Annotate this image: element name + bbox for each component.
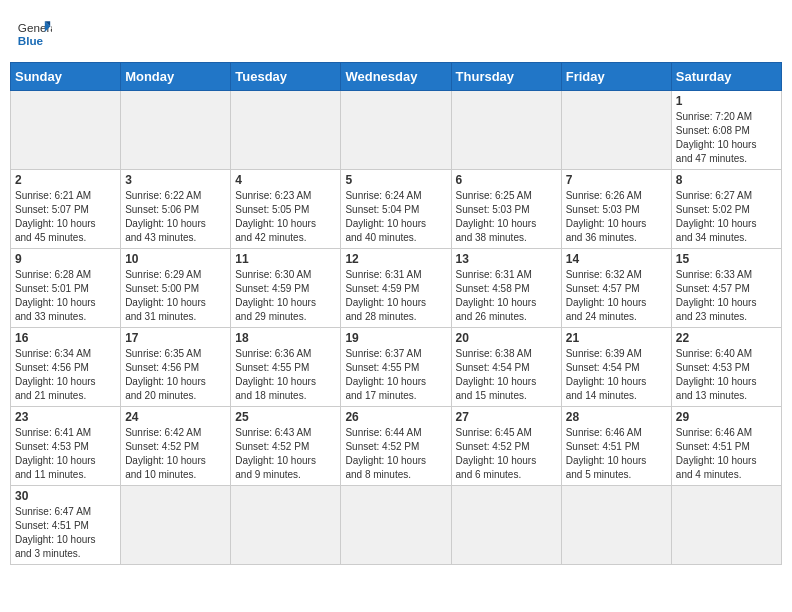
day-number: 9 (15, 252, 116, 266)
day-info: Sunrise: 6:39 AM Sunset: 4:54 PM Dayligh… (566, 347, 667, 403)
day-number: 23 (15, 410, 116, 424)
day-info: Sunrise: 6:41 AM Sunset: 4:53 PM Dayligh… (15, 426, 116, 482)
day-number: 30 (15, 489, 116, 503)
calendar-cell: 17Sunrise: 6:35 AM Sunset: 4:56 PM Dayli… (121, 328, 231, 407)
day-number: 5 (345, 173, 446, 187)
calendar-cell: 27Sunrise: 6:45 AM Sunset: 4:52 PM Dayli… (451, 407, 561, 486)
calendar-cell: 29Sunrise: 6:46 AM Sunset: 4:51 PM Dayli… (671, 407, 781, 486)
calendar-cell (451, 486, 561, 565)
calendar-cell (121, 486, 231, 565)
weekday-header-thursday: Thursday (451, 63, 561, 91)
calendar-cell: 19Sunrise: 6:37 AM Sunset: 4:55 PM Dayli… (341, 328, 451, 407)
calendar-cell (671, 486, 781, 565)
day-info: Sunrise: 6:25 AM Sunset: 5:03 PM Dayligh… (456, 189, 557, 245)
day-info: Sunrise: 6:31 AM Sunset: 4:58 PM Dayligh… (456, 268, 557, 324)
weekday-header-saturday: Saturday (671, 63, 781, 91)
calendar-cell: 28Sunrise: 6:46 AM Sunset: 4:51 PM Dayli… (561, 407, 671, 486)
calendar-cell (11, 91, 121, 170)
day-info: Sunrise: 6:28 AM Sunset: 5:01 PM Dayligh… (15, 268, 116, 324)
day-info: Sunrise: 6:27 AM Sunset: 5:02 PM Dayligh… (676, 189, 777, 245)
calendar-table: SundayMondayTuesdayWednesdayThursdayFrid… (10, 62, 782, 565)
day-number: 27 (456, 410, 557, 424)
calendar-cell (451, 91, 561, 170)
calendar-cell: 21Sunrise: 6:39 AM Sunset: 4:54 PM Dayli… (561, 328, 671, 407)
calendar-cell: 8Sunrise: 6:27 AM Sunset: 5:02 PM Daylig… (671, 170, 781, 249)
day-number: 3 (125, 173, 226, 187)
day-info: Sunrise: 6:23 AM Sunset: 5:05 PM Dayligh… (235, 189, 336, 245)
calendar-cell: 26Sunrise: 6:44 AM Sunset: 4:52 PM Dayli… (341, 407, 451, 486)
day-info: Sunrise: 6:47 AM Sunset: 4:51 PM Dayligh… (15, 505, 116, 561)
calendar-cell (341, 486, 451, 565)
day-number: 8 (676, 173, 777, 187)
day-number: 4 (235, 173, 336, 187)
day-info: Sunrise: 6:43 AM Sunset: 4:52 PM Dayligh… (235, 426, 336, 482)
day-info: Sunrise: 6:46 AM Sunset: 4:51 PM Dayligh… (566, 426, 667, 482)
day-info: Sunrise: 6:42 AM Sunset: 4:52 PM Dayligh… (125, 426, 226, 482)
day-number: 24 (125, 410, 226, 424)
day-info: Sunrise: 6:44 AM Sunset: 4:52 PM Dayligh… (345, 426, 446, 482)
day-number: 10 (125, 252, 226, 266)
calendar-cell: 9Sunrise: 6:28 AM Sunset: 5:01 PM Daylig… (11, 249, 121, 328)
day-number: 21 (566, 331, 667, 345)
weekday-header-monday: Monday (121, 63, 231, 91)
day-number: 2 (15, 173, 116, 187)
calendar-cell (561, 91, 671, 170)
day-number: 14 (566, 252, 667, 266)
day-info: Sunrise: 6:40 AM Sunset: 4:53 PM Dayligh… (676, 347, 777, 403)
page-header: General Blue (10, 10, 782, 54)
day-info: Sunrise: 6:21 AM Sunset: 5:07 PM Dayligh… (15, 189, 116, 245)
day-info: Sunrise: 6:35 AM Sunset: 4:56 PM Dayligh… (125, 347, 226, 403)
calendar-cell: 24Sunrise: 6:42 AM Sunset: 4:52 PM Dayli… (121, 407, 231, 486)
calendar-cell (231, 91, 341, 170)
day-info: Sunrise: 6:22 AM Sunset: 5:06 PM Dayligh… (125, 189, 226, 245)
day-number: 17 (125, 331, 226, 345)
day-info: Sunrise: 6:38 AM Sunset: 4:54 PM Dayligh… (456, 347, 557, 403)
calendar-body: 1Sunrise: 7:20 AM Sunset: 6:08 PM Daylig… (11, 91, 782, 565)
calendar-cell: 6Sunrise: 6:25 AM Sunset: 5:03 PM Daylig… (451, 170, 561, 249)
weekday-header-tuesday: Tuesday (231, 63, 341, 91)
logo: General Blue (16, 14, 52, 50)
calendar-week-4: 23Sunrise: 6:41 AM Sunset: 4:53 PM Dayli… (11, 407, 782, 486)
calendar-cell: 2Sunrise: 6:21 AM Sunset: 5:07 PM Daylig… (11, 170, 121, 249)
day-number: 15 (676, 252, 777, 266)
day-number: 7 (566, 173, 667, 187)
day-number: 16 (15, 331, 116, 345)
calendar-cell: 14Sunrise: 6:32 AM Sunset: 4:57 PM Dayli… (561, 249, 671, 328)
logo-icon: General Blue (16, 14, 52, 50)
day-number: 6 (456, 173, 557, 187)
calendar-cell: 30Sunrise: 6:47 AM Sunset: 4:51 PM Dayli… (11, 486, 121, 565)
day-info: Sunrise: 7:20 AM Sunset: 6:08 PM Dayligh… (676, 110, 777, 166)
calendar-cell (231, 486, 341, 565)
calendar-week-5: 30Sunrise: 6:47 AM Sunset: 4:51 PM Dayli… (11, 486, 782, 565)
day-info: Sunrise: 6:46 AM Sunset: 4:51 PM Dayligh… (676, 426, 777, 482)
calendar-cell (561, 486, 671, 565)
calendar-cell: 20Sunrise: 6:38 AM Sunset: 4:54 PM Dayli… (451, 328, 561, 407)
day-info: Sunrise: 6:31 AM Sunset: 4:59 PM Dayligh… (345, 268, 446, 324)
weekday-header-wednesday: Wednesday (341, 63, 451, 91)
day-number: 20 (456, 331, 557, 345)
calendar-cell: 5Sunrise: 6:24 AM Sunset: 5:04 PM Daylig… (341, 170, 451, 249)
day-number: 25 (235, 410, 336, 424)
day-number: 29 (676, 410, 777, 424)
day-number: 13 (456, 252, 557, 266)
weekday-header-row: SundayMondayTuesdayWednesdayThursdayFrid… (11, 63, 782, 91)
calendar-cell: 12Sunrise: 6:31 AM Sunset: 4:59 PM Dayli… (341, 249, 451, 328)
calendar-cell: 15Sunrise: 6:33 AM Sunset: 4:57 PM Dayli… (671, 249, 781, 328)
weekday-header-friday: Friday (561, 63, 671, 91)
day-info: Sunrise: 6:37 AM Sunset: 4:55 PM Dayligh… (345, 347, 446, 403)
day-number: 11 (235, 252, 336, 266)
calendar-week-2: 9Sunrise: 6:28 AM Sunset: 5:01 PM Daylig… (11, 249, 782, 328)
day-info: Sunrise: 6:24 AM Sunset: 5:04 PM Dayligh… (345, 189, 446, 245)
day-number: 12 (345, 252, 446, 266)
calendar-cell: 18Sunrise: 6:36 AM Sunset: 4:55 PM Dayli… (231, 328, 341, 407)
calendar-cell: 7Sunrise: 6:26 AM Sunset: 5:03 PM Daylig… (561, 170, 671, 249)
day-number: 26 (345, 410, 446, 424)
calendar-cell: 13Sunrise: 6:31 AM Sunset: 4:58 PM Dayli… (451, 249, 561, 328)
calendar-cell: 3Sunrise: 6:22 AM Sunset: 5:06 PM Daylig… (121, 170, 231, 249)
calendar-week-3: 16Sunrise: 6:34 AM Sunset: 4:56 PM Dayli… (11, 328, 782, 407)
calendar-week-0: 1Sunrise: 7:20 AM Sunset: 6:08 PM Daylig… (11, 91, 782, 170)
day-info: Sunrise: 6:34 AM Sunset: 4:56 PM Dayligh… (15, 347, 116, 403)
weekday-header-sunday: Sunday (11, 63, 121, 91)
day-info: Sunrise: 6:36 AM Sunset: 4:55 PM Dayligh… (235, 347, 336, 403)
day-number: 22 (676, 331, 777, 345)
